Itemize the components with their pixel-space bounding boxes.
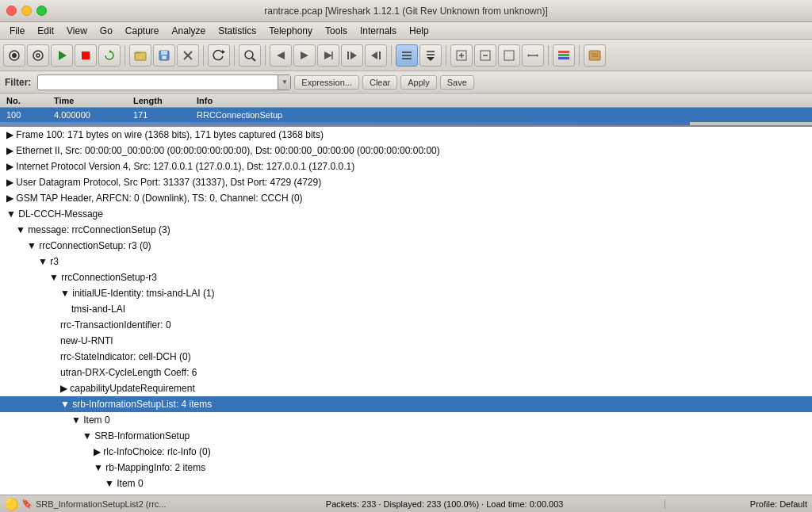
detail-row[interactable]: ▼ RB-MappingOption — [0, 491, 812, 495]
zoom-normal-button[interactable] — [498, 44, 520, 67]
back-button[interactable] — [270, 44, 292, 67]
auto-scroll-button[interactable] — [419, 44, 442, 67]
detail-row[interactable]: ▼ srb-InformationSetupList: 4 items — [0, 396, 812, 412]
clear-button[interactable]: Clear — [362, 75, 397, 90]
forward-button[interactable] — [293, 44, 316, 67]
detail-row[interactable]: ▼ r3 — [0, 254, 812, 269]
detail-row[interactable]: ▼ rb-MappingInfo: 2 items — [0, 460, 812, 476]
detail-row[interactable]: ▼ SRB-InformationSetup — [0, 428, 812, 444]
coloring-rules-button[interactable] — [553, 44, 575, 67]
packet-list: No. Time Length Info 100 4.000000 171 RR… — [0, 94, 812, 127]
packet-no: 100 — [3, 110, 51, 120]
status-filename: SRB_InformationSetupList2 (rrc... — [36, 499, 166, 509]
packet-info: RRCConnectionSetup — [193, 110, 809, 120]
packet-time: 4.000000 — [51, 110, 130, 120]
stop-capture-button[interactable] — [75, 44, 97, 67]
status-bar: 🟡 🔖 SRB_InformationSetupList2 (rrc... Pa… — [0, 495, 812, 512]
detail-row[interactable]: ▼ message: rrcConnectionSetup (3) — [0, 222, 812, 238]
close-file-button[interactable] — [177, 44, 199, 67]
progress-bar — [0, 122, 812, 125]
svg-rect-35 — [504, 51, 514, 60]
progress-fill — [0, 122, 690, 125]
detail-row[interactable]: new-U-RNTI — [0, 333, 812, 349]
detail-row[interactable]: ▼ Item 0 — [0, 412, 812, 428]
detail-row[interactable]: rrc-StateIndicator: cell-DCH (0) — [0, 349, 812, 365]
filter-input-wrap: ▼ — [37, 75, 291, 90]
menu-statistics[interactable]: Statistics — [212, 24, 262, 38]
close-button[interactable] — [6, 6, 17, 16]
svg-marker-18 — [324, 52, 332, 59]
detail-row[interactable]: utran-DRX-CycleLength Coeff: 6 — [0, 365, 812, 380]
detail-row[interactable]: ▼ initialUE-Identity: tmsi-and-LAI (1) — [0, 285, 812, 301]
menu-tools[interactable]: Tools — [319, 24, 354, 38]
detail-row[interactable]: ▶ Ethernet II, Src: 00:00:00_00:00:00 (0… — [0, 143, 812, 159]
svg-point-1 — [12, 53, 17, 58]
start-capture-button[interactable] — [51, 44, 73, 67]
restart-capture-button[interactable] — [98, 44, 121, 67]
colorize-button[interactable] — [396, 44, 418, 67]
menu-analyze[interactable]: Analyze — [166, 24, 213, 38]
capture-interfaces-button[interactable] — [3, 44, 25, 67]
expression-button[interactable]: Expression... — [294, 75, 359, 90]
svg-marker-17 — [301, 52, 308, 59]
col-length: Length — [130, 96, 193, 105]
packet-length: 171 — [130, 110, 193, 120]
detail-row[interactable]: ▼ rrcConnectionSetup-r3 — [0, 269, 812, 285]
goto-last-button[interactable] — [365, 44, 387, 67]
menu-view[interactable]: View — [60, 24, 94, 38]
col-info: Info — [193, 96, 809, 105]
toolbar-separator-8 — [579, 45, 580, 66]
maximize-button[interactable] — [36, 6, 47, 16]
preferences-button[interactable] — [584, 44, 606, 67]
menu-telephony[interactable]: Telephony — [262, 24, 319, 38]
menu-help[interactable]: Help — [403, 24, 435, 38]
detail-row[interactable]: rrc-TransactionIdentifier: 0 — [0, 317, 812, 333]
detail-row[interactable]: ▶ capabilityUpdateRequirement — [0, 380, 812, 396]
capture-options-button[interactable] — [27, 44, 49, 67]
filter-input[interactable] — [38, 78, 278, 87]
menu-go[interactable]: Go — [94, 24, 119, 38]
svg-point-14 — [245, 51, 253, 59]
open-file-button[interactable] — [129, 44, 151, 67]
svg-rect-9 — [161, 51, 167, 55]
detail-row[interactable]: ▶ Frame 100: 171 bytes on wire (1368 bit… — [0, 127, 812, 143]
svg-marker-16 — [277, 52, 285, 59]
svg-marker-37 — [527, 54, 529, 57]
zoom-out-button[interactable] — [474, 44, 496, 67]
toolbar-separator-7 — [548, 45, 549, 66]
title-bar: rantrace.pcap [Wireshark 1.12.1 (Git Rev… — [0, 0, 812, 22]
menu-capture[interactable]: Capture — [119, 24, 166, 38]
detail-row[interactable]: ▶ Internet Protocol Version 4, Src: 127.… — [0, 159, 812, 174]
menu-internals[interactable]: Internals — [354, 24, 403, 38]
goto-first-button[interactable] — [341, 44, 363, 67]
status-profile: Profile: Default — [665, 499, 807, 509]
svg-marker-13 — [222, 50, 225, 54]
svg-point-3 — [36, 54, 40, 57]
detail-row[interactable]: tmsi-and-LAI — [0, 301, 812, 317]
svg-rect-10 — [162, 55, 167, 59]
menu-edit[interactable]: Edit — [31, 24, 60, 38]
find-packet-button[interactable] — [239, 44, 261, 67]
filter-dropdown-button[interactable]: ▼ — [278, 75, 290, 90]
minimize-button[interactable] — [21, 6, 32, 16]
svg-point-2 — [33, 51, 43, 60]
resize-columns-button[interactable] — [522, 44, 544, 67]
status-ready-icon: 🟡 — [5, 498, 18, 510]
reload-button[interactable] — [208, 44, 230, 67]
detail-row[interactable]: ▼ rrcConnectionSetup: r3 (0) — [0, 238, 812, 254]
goto-packet-button[interactable] — [317, 44, 339, 67]
detail-row[interactable]: ▶ GSM TAP Header, ARFCN: 0 (Downlink), T… — [0, 190, 812, 206]
detail-row[interactable]: ▶ rlc-InfoChoice: rlc-Info (0) — [0, 444, 812, 460]
zoom-in-button[interactable] — [450, 44, 473, 67]
detail-row[interactable]: ▼ Item 0 — [0, 476, 812, 491]
toolbar-separator-3 — [234, 45, 235, 66]
save-file-button[interactable] — [153, 44, 175, 67]
detail-row[interactable]: ▶ User Datagram Protocol, Src Port: 3133… — [0, 174, 812, 190]
menu-file[interactable]: File — [3, 24, 31, 38]
apply-button[interactable]: Apply — [400, 75, 437, 90]
save-button[interactable]: Save — [440, 75, 474, 90]
packet-detail[interactable]: ▶ Frame 100: 171 bytes on wire (1368 bit… — [0, 127, 812, 495]
packet-row[interactable]: 100 4.000000 171 RRCConnectionSetup — [0, 108, 812, 122]
detail-row[interactable]: ▼ DL-CCCH-Message — [0, 206, 812, 222]
svg-marker-29 — [427, 57, 435, 61]
